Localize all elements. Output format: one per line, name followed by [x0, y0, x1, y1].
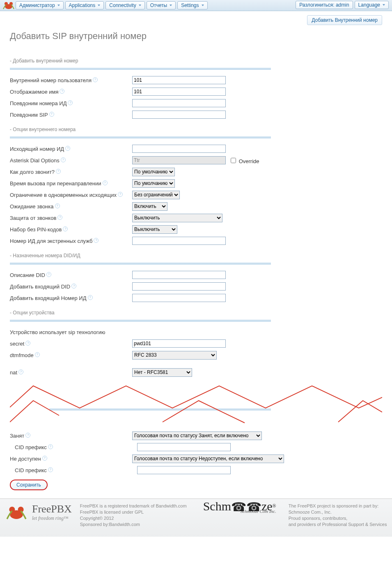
cf-ringtime-select[interactable]: По умолчанию	[132, 179, 175, 188]
ringtime-select[interactable]: По умолчанию	[132, 168, 175, 176]
caret-down-icon	[202, 5, 204, 6]
nav-settings[interactable]: Settings	[177, 1, 207, 9]
nat-select[interactable]: Нет - RFC3581	[132, 368, 192, 377]
did-description-input[interactable]	[132, 271, 226, 279]
busy-dest-label: Занят?	[10, 433, 132, 439]
help-icon[interactable]: ?	[118, 192, 123, 197]
help-icon[interactable]: ?	[56, 169, 61, 174]
secret-input[interactable]	[132, 339, 226, 348]
help-icon[interactable]: ?	[60, 89, 64, 94]
footer-sponsor-col: The FreePBX project is sponsored in part…	[289, 503, 387, 528]
help-icon[interactable]: ?	[61, 157, 66, 162]
help-icon[interactable]: ?	[103, 180, 108, 185]
dial-options-input[interactable]	[132, 156, 226, 164]
footer-freepbx-text: FreePBX	[32, 503, 72, 515]
caret-down-icon	[57, 5, 60, 6]
busy-dest-select[interactable]: Голосовая почта по статусу Занят, если в…	[132, 431, 262, 440]
add-cid-input[interactable]	[132, 294, 226, 302]
outbound-limit-label: Ограничение в одновременных исходящих?	[10, 192, 132, 198]
nav-connectivity[interactable]: Connectivity	[105, 1, 144, 9]
sip-alias-label: Псевдоним SIP?	[10, 112, 132, 118]
section-did-heading: - Назначенные номера DID/ИД	[10, 253, 382, 258]
dtmfmode-label: dtmfmode?	[10, 352, 132, 358]
help-icon[interactable]: ?	[68, 100, 73, 105]
add-did-input[interactable]	[132, 282, 226, 291]
section-divider	[10, 320, 271, 322]
unavail-cid-prefix-input[interactable]	[137, 466, 231, 474]
help-icon[interactable]: ?	[55, 203, 60, 208]
help-icon[interactable]: ?	[93, 77, 98, 82]
section-divider	[10, 68, 271, 70]
cf-ringtime-label: Время вызова при перенаправлении?	[10, 180, 132, 187]
user-extension-input[interactable]	[132, 76, 226, 84]
help-icon[interactable]: ?	[57, 215, 62, 220]
outbound-cid-input[interactable]	[132, 145, 226, 153]
help-icon[interactable]: ?	[94, 238, 99, 243]
help-icon[interactable]: ?	[63, 226, 68, 231]
device-tech-text: Устройство использует sip технологию	[10, 329, 105, 335]
outbound-cid-label: Исходящий номер ИД?	[10, 146, 132, 152]
help-icon[interactable]: ?	[42, 456, 47, 461]
nav-language[interactable]: Language	[355, 1, 389, 9]
sip-alias-input[interactable]	[132, 111, 226, 119]
help-icon[interactable]: ?	[88, 295, 93, 300]
unavail-cid-prefix-label: CID префикс?	[10, 467, 137, 473]
freepbx-frog-icon	[2, 1, 16, 10]
section-divider	[10, 263, 271, 265]
dtmfmode-select[interactable]: RFC 2833	[132, 351, 217, 360]
callwaiting-select[interactable]: Включить	[132, 202, 167, 211]
page-footer: FreePBX let freedom ring™ FreePBX is a r…	[0, 498, 392, 537]
busy-cid-prefix-input[interactable]	[137, 443, 231, 451]
emergency-cid-label: Номер ИД для экстренных служб?	[10, 238, 132, 244]
emergency-cid-input[interactable]	[132, 237, 226, 245]
help-icon[interactable]: ?	[46, 272, 51, 277]
override-checkbox[interactable]	[231, 158, 236, 163]
help-icon[interactable]: ?	[49, 112, 54, 117]
callwaiting-label: Ожидание звонка?	[10, 203, 132, 210]
callscreen-label: Защита от звонков?	[10, 215, 132, 221]
help-icon[interactable]: ?	[48, 444, 53, 449]
pinless-label: Набор без PIN-кодов?	[10, 226, 132, 233]
display-name-input[interactable]	[132, 88, 226, 96]
help-icon[interactable]: ?	[35, 352, 40, 357]
caret-down-icon	[98, 5, 100, 6]
override-label: Override	[239, 158, 259, 164]
user-extension-label: Внутренний номер пользователя?	[10, 77, 132, 83]
outbound-limit-select[interactable]: Без ограничений	[132, 191, 180, 199]
add-did-label: Добавить входящий DID?	[10, 284, 132, 290]
dial-options-label: Asterisk Dial Options?	[10, 157, 132, 164]
help-icon[interactable]: ?	[48, 467, 53, 472]
pinless-select[interactable]: Выключить	[132, 225, 177, 234]
nav-applications[interactable]: Applications	[65, 1, 104, 9]
help-icon[interactable]: ?	[18, 369, 23, 374]
section-device-heading: - Опции устройства	[10, 310, 382, 316]
secret-label: secret?	[10, 341, 132, 347]
cid-alias-input[interactable]	[132, 99, 226, 107]
ringtime-label: Как долго звонит??	[10, 169, 132, 175]
freepbx-frog-icon	[4, 504, 29, 521]
section-divider	[10, 136, 271, 138]
save-button[interactable]: Сохранить	[10, 480, 48, 490]
display-name-label: Отображаемое имя?	[10, 89, 132, 95]
help-icon[interactable]: ?	[25, 341, 30, 346]
top-navbar: Администратор Applications Connectivity …	[0, 0, 392, 11]
help-icon[interactable]: ?	[71, 284, 76, 288]
nav-logout[interactable]: Разлогиниться: admin	[296, 1, 353, 9]
add-extension-button[interactable]: Добавить Внутренний номер	[307, 15, 382, 25]
unavail-dest-label: Не доступен?	[10, 456, 132, 462]
busy-cid-prefix-label: CID префикс?	[10, 444, 137, 450]
nav-reports[interactable]: Отчеты	[147, 1, 176, 9]
section-opts-heading: - Опции внутреннего номера	[10, 127, 382, 132]
unavail-dest-select[interactable]: Голосовая почта по статусу Недоступен, е…	[132, 454, 284, 463]
callscreen-select[interactable]: Выключить	[132, 214, 222, 222]
nav-admin[interactable]: Администратор	[16, 1, 64, 9]
override-checkbox-wrap[interactable]: Override	[229, 157, 259, 164]
help-icon[interactable]: ?	[25, 433, 30, 438]
section-add-heading: - Добавить внутренний номер	[10, 58, 382, 64]
add-cid-label: Добавить входящий Номер ИД?	[10, 295, 132, 301]
did-description-label: Описание DID?	[10, 272, 132, 278]
help-icon[interactable]: ?	[65, 146, 70, 151]
footer-license-col: FreePBX is a registered trademark of Ban…	[80, 503, 187, 528]
caret-down-icon	[170, 5, 172, 6]
footer-tagline: let freedom ring™	[32, 515, 72, 521]
